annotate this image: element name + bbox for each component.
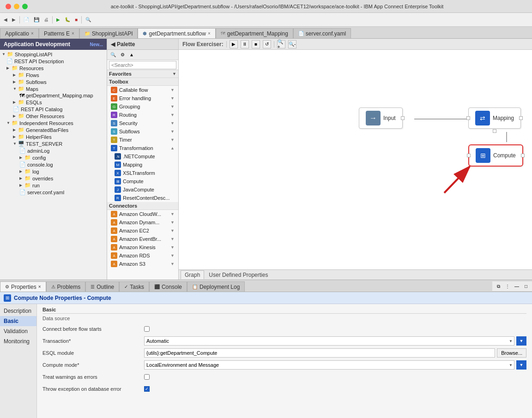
tab-serverconf[interactable]: 📄 server.conf.yaml	[293, 28, 351, 38]
tree-item-esqls[interactable]: ▶ 📁 ESQLs	[0, 99, 107, 106]
compute-input-connector[interactable]	[467, 154, 471, 157]
tree-item-independent[interactable]: ▼ 📁 Independent Resources	[0, 119, 107, 126]
minimize-btn[interactable]	[14, 4, 19, 9]
palette-search-input[interactable]	[109, 61, 176, 69]
palette-group-toolbox[interactable]: Toolbox	[107, 78, 178, 86]
flow-node-mapping[interactable]: ⇄ Mapping	[468, 107, 521, 129]
flow-node-compute[interactable]: ⊞ Compute	[468, 144, 523, 167]
props-sidebar-basic[interactable]: Basic	[0, 316, 36, 326]
transaction-select[interactable]: Automatic	[144, 336, 514, 346]
props-tab-outline[interactable]: ☰ Outline	[85, 281, 119, 292]
palette-item-javacompute[interactable]: J JavaCompute	[107, 185, 178, 194]
canvas-tab-udp[interactable]: User Defined Properties	[205, 270, 272, 279]
toolbar-btn-search[interactable]: 🔍	[84, 16, 93, 23]
palette-group-connectors[interactable]: Connectors	[107, 202, 178, 210]
props-tab-problems[interactable]: ⚠ Problems	[46, 281, 86, 292]
palette-item-amazon-eventbr[interactable]: A Amazon EventBr... ▼	[107, 235, 178, 243]
props-toolbar-btn-1[interactable]: ⧉	[494, 282, 502, 291]
palette-item-xsltransform[interactable]: X XSLTransform	[107, 169, 178, 177]
props-browse-btn[interactable]: Browse...	[497, 348, 526, 358]
props-tab-deploy-log[interactable]: 📋 Deployment Log	[187, 281, 245, 292]
palette-item-amazon-dynam[interactable]: A Amazon Dynam... ▼	[107, 218, 178, 227]
palette-toolbar-search-btn[interactable]: 🔍	[109, 51, 117, 59]
tree-item-server-conf-yaml[interactable]: 📄 server.conf.yaml	[0, 189, 107, 196]
canvas-area[interactable]: → Input ⇄ Mapping	[179, 50, 532, 269]
tree-item-other-resources[interactable]: ▶ 📁 Other Resources	[0, 113, 107, 119]
props-tab-properties-close[interactable]: ×	[38, 284, 41, 289]
palette-item-error-handling[interactable]: E Error handling ▼	[107, 94, 178, 102]
tree-item-flows[interactable]: ▶ 📁 Flows	[0, 72, 107, 78]
new-link[interactable]: New...	[90, 42, 103, 47]
tree-item-rest-desc[interactable]: 📄 REST API Description	[0, 58, 107, 65]
palette-item-amazon-cloudw[interactable]: A Amazon CloudW... ▼	[107, 210, 178, 218]
mapping-bottom-connector[interactable]	[493, 129, 496, 133]
flow-toolbar-zoom-in[interactable]: 🔍+	[277, 40, 285, 48]
tree-item-log[interactable]: ▶ 📁 log	[0, 168, 107, 175]
tree-item-config[interactable]: ▶ 📁 config	[0, 154, 107, 161]
tree-item-resources[interactable]: ▶ 📁 Resources	[0, 65, 107, 72]
palette-item-resetcontent[interactable]: R ResetContentDesc...	[107, 194, 178, 202]
tree-item-subflows[interactable]: ▶ 📁 Subflows	[0, 78, 107, 85]
tab-subflow[interactable]: ⬢ getDepartment.subflow ×	[138, 28, 215, 38]
props-sidebar-description[interactable]: Description	[0, 306, 36, 316]
window-controls[interactable]	[6, 4, 28, 9]
props-tab-tasks[interactable]: ✓ Tasks	[119, 281, 149, 292]
flow-toolbar-stop[interactable]: ■	[252, 40, 260, 48]
toolbar-btn-debug[interactable]: 🐛	[63, 16, 72, 23]
tab-applicatio-close[interactable]: ×	[31, 31, 34, 36]
props-minimize-btn[interactable]: —	[513, 282, 521, 291]
mapping-output-connector[interactable]	[519, 116, 523, 120]
palette-item-security[interactable]: S Security ▼	[107, 119, 178, 127]
tree-item-test-server[interactable]: ▼ 🖥️ TEST_SERVER	[0, 140, 107, 147]
tab-patterns[interactable]: Patterns E ×	[39, 28, 79, 38]
mapping-input-connector[interactable]	[466, 116, 470, 120]
tree-item-generated[interactable]: ▶ 📁 GeneratedBarFiles	[0, 126, 107, 133]
maximize-btn[interactable]	[22, 4, 28, 9]
toolbar-btn-print[interactable]: 🖨	[42, 16, 50, 23]
toolbar-btn-stop[interactable]: ■	[73, 16, 79, 23]
toolbar-btn-2[interactable]: ▶	[10, 16, 18, 23]
toolbar-btn-1[interactable]: ◀	[2, 16, 9, 23]
transaction-dropdown-btn[interactable]: ▼	[516, 336, 526, 346]
input-output-connector[interactable]	[401, 116, 405, 120]
palette-item-amazon-s3[interactable]: A Amazon S3 ▼	[107, 260, 178, 268]
palette-item-grouping[interactable]: G Grouping ▼	[107, 102, 178, 111]
palette-item-amazon-rds[interactable]: A Amazon RDS ▼	[107, 251, 178, 260]
palette-item-timer[interactable]: T Timer ▼	[107, 136, 178, 144]
tree-item-helperfiles[interactable]: ▶ 📁 HelperFiles	[0, 133, 107, 140]
props-sidebar-validation[interactable]: Validation	[0, 326, 36, 336]
flow-node-input[interactable]: → Input	[359, 107, 403, 129]
compute-mode-select[interactable]: LocalEnvironment and Message	[144, 360, 514, 370]
palette-item-netcompute[interactable]: .N .NETCompute	[107, 152, 178, 161]
props-toolbar-btn-2[interactable]: ⋮	[503, 282, 512, 291]
props-tab-console[interactable]: ⬛ Console	[149, 281, 187, 292]
tree-item-mapping-map[interactable]: 🗺 getDepartment_Mapping.map	[0, 92, 107, 99]
tab-shopping[interactable]: 📁 ShoppingListAPI	[79, 28, 138, 38]
props-checkbox-warnings[interactable]	[144, 374, 150, 380]
canvas-tab-graph[interactable]: Graph	[181, 270, 204, 279]
close-btn[interactable]	[6, 4, 11, 9]
flow-toolbar-step[interactable]: ⏸	[241, 40, 249, 48]
palette-item-subflows[interactable]: S Subflows ▼	[107, 127, 178, 136]
toolbar-btn-run[interactable]: ▶	[54, 16, 62, 23]
props-tab-properties[interactable]: ⚙ Properties ×	[0, 281, 46, 292]
palette-item-routing[interactable]: R Routing ▼	[107, 111, 178, 119]
palette-toolbar-collapse-btn[interactable]: ▲	[127, 51, 136, 59]
tree-item-maps[interactable]: ▼ 📁 Maps	[0, 85, 107, 92]
toolbar-btn-new[interactable]: 📄	[22, 16, 31, 23]
palette-item-callable-flow[interactable]: C Callable flow ▼	[107, 86, 178, 94]
tree-item-overrides[interactable]: ▶ 📁 overrides	[0, 175, 107, 182]
palette-item-amazon-ec2[interactable]: A Amazon EC2 ▼	[107, 227, 178, 235]
palette-group-favorites[interactable]: Favorites ▼	[107, 70, 178, 78]
palette-item-amazon-kinesis[interactable]: A Amazon Kinesis ▼	[107, 243, 178, 251]
tree-item-adminlog[interactable]: 📄 adminLog	[0, 147, 107, 154]
tab-subflow-close[interactable]: ×	[208, 31, 211, 36]
flow-toolbar-zoom-out[interactable]: 🔍-	[288, 40, 296, 48]
tab-applicatio[interactable]: Applicatio ×	[0, 28, 39, 38]
flow-toolbar-refresh[interactable]: ↺	[263, 40, 271, 48]
props-input-esql[interactable]	[144, 348, 495, 358]
tree-item-run[interactable]: ▶ 📁 run	[0, 182, 107, 189]
compute-mode-dropdown-btn[interactable]: ▼	[516, 360, 526, 370]
tab-patterns-close[interactable]: ×	[72, 31, 74, 36]
flow-toolbar-play[interactable]: ▶	[230, 40, 238, 48]
